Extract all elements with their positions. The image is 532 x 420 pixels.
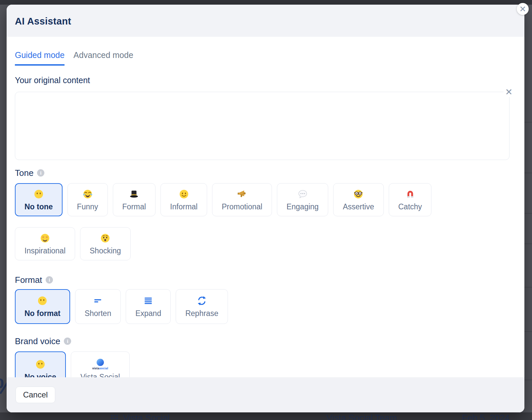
nerd-face-emoji [353,188,364,200]
backdrop-divider [524,243,532,244]
info-icon[interactable]: i [37,169,44,177]
face-no-mouth-emoji [37,295,48,306]
grid-dots-icon [111,414,118,420]
tone-label: Tone [15,168,33,178]
option-label: Informal [170,202,198,211]
option-label: Inspirational [24,246,66,255]
backdrop-fragment: Vista Social Team [326,413,397,420]
slight-smile-emoji [179,188,189,200]
modal-footer: Cancel [7,377,524,412]
backdrop-divider [524,331,532,332]
option-label: Rephrase [185,309,218,318]
modal-header: AI Assistant [7,5,524,37]
laughing-tears-emoji [82,188,93,200]
shorten-lines-icon [93,295,103,306]
info-icon[interactable]: i [46,276,53,284]
megaphone-emoji [237,188,247,200]
original-content-label: Your original content [15,76,90,85]
option-label: Engaging [287,202,319,211]
option-label: Promotional [222,202,262,211]
backdrop-bottom-strip [0,412,532,420]
option-label: Assertive [343,202,374,211]
option-label: Catchy [398,202,422,211]
original-content-wrap: ✕ [15,92,510,160]
option-label: Shocking [90,246,121,255]
backdrop-divider [524,173,532,173]
clear-content-icon[interactable]: ✕ [504,87,514,97]
option-label: No format [24,309,61,318]
hushed-face-emoji [100,233,111,244]
option-label: No tone [24,202,53,211]
format-section: FormatiNo formatShortenExpandRephrase [15,275,516,324]
refresh-icon [197,295,207,306]
mode-tabs: Guided modeAdvanced mode [15,50,133,66]
tab-guided-mode[interactable]: Guided mode [15,50,65,66]
option-expand[interactable]: Expand [126,289,171,324]
backdrop-fragment: Vista Social [123,413,170,420]
backdrop-divider [524,380,532,380]
option-rephrase[interactable]: Rephrase [176,289,228,324]
modal-title: AI Assistant [15,16,71,27]
option-no-tone[interactable]: No tone [15,183,63,216]
original-content-textarea[interactable] [15,92,510,160]
face-no-mouth-emoji [33,188,44,200]
close-icon[interactable]: ✕ [517,3,529,15]
option-catchy[interactable]: Catchy [389,183,432,216]
ai-assistant-modal: AI Assistant Guided modeAdvanced mode Yo… [7,5,524,412]
top-hat-emoji [129,188,139,200]
magnet-emoji [405,188,416,200]
expand-lines-icon [143,295,154,306]
option-label: Funny [77,202,98,211]
option-label: Formal [122,202,146,211]
option-informal[interactable]: Informal [160,183,207,216]
face-no-mouth-emoji [35,359,46,370]
backdrop-divider [524,213,532,214]
backdrop-top-strip [0,0,532,5]
tone-section: ToneiNo toneFunnyFormalInformalPromotion… [15,168,516,260]
vista-social-circle [97,359,104,366]
option-shorten[interactable]: Shorten [75,289,121,324]
option-formal[interactable]: Formal [113,183,156,216]
option-shocking[interactable]: Shocking [80,227,131,260]
option-no-format[interactable]: No format [15,289,70,324]
backdrop-fragment: Feb 5, 2024 [462,413,510,420]
tab-advanced-mode[interactable]: Advanced mode [73,50,133,66]
info-icon[interactable]: i [64,338,71,345]
backdrop-divider [524,287,532,288]
option-assertive[interactable]: Assertive [333,183,384,216]
format-label: Format [15,275,42,285]
option-funny[interactable]: Funny [67,183,108,216]
star-struck-emoji [40,233,50,244]
cancel-button[interactable]: Cancel [16,387,55,403]
option-engaging[interactable]: Engaging [277,183,328,216]
option-label: Shorten [85,309,111,318]
brand_voice-label: Brand voice [15,336,60,346]
option-label: Expand [135,309,161,318]
speech-balloon-emoji [297,188,308,200]
option-inspirational[interactable]: Inspirational [15,227,75,260]
backdrop-divider [524,122,532,123]
option-promotional[interactable]: Promotional [212,183,272,216]
vista-social-logo: vistasocial [92,359,108,370]
